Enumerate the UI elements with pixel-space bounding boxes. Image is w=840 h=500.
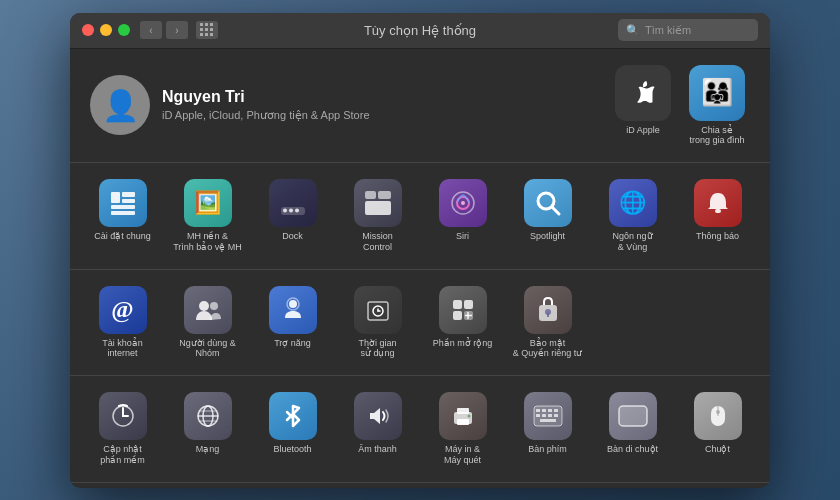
close-button[interactable]	[82, 24, 94, 36]
capnhat-label: Cập nhậtphần mềm	[100, 444, 145, 466]
spotlight-item[interactable]: Spotlight	[509, 175, 586, 257]
siri-icon	[439, 179, 487, 227]
phanmorong-icon	[439, 286, 487, 334]
thongbao-item[interactable]: Thông báo	[679, 175, 756, 257]
amthanh-icon	[354, 392, 402, 440]
tronang-item[interactable]: Trợ năng	[254, 282, 331, 364]
svg-rect-7	[289, 209, 293, 213]
family-label: Chia sẻ trong gia đình	[689, 125, 744, 147]
taikhoan-item[interactable]: @ Tài khoảninternet	[84, 282, 161, 364]
dock-item[interactable]: Dock	[254, 175, 331, 257]
chuot-item[interactable]: Chuột	[679, 388, 756, 470]
spotlight-label: Spotlight	[530, 231, 565, 242]
apple-id-label: iD Apple	[626, 125, 660, 136]
mayin-label: Máy in &Máy quét	[444, 444, 481, 466]
section-3: Cập nhậtphần mềm Mạng	[70, 376, 770, 483]
manhinh-icon: 🖼️	[184, 179, 232, 227]
mayin-item[interactable]: Máy in &Máy quét	[424, 388, 501, 470]
manhinh-item[interactable]: 🖼️ MH nền &Trình bảo vệ MH	[169, 175, 246, 257]
mission-control-item[interactable]: MissionControl	[339, 175, 416, 257]
capnhat-icon	[99, 392, 147, 440]
manhinh-label: MH nền &Trình bảo vệ MH	[173, 231, 242, 253]
avatar-icon: 👤	[102, 88, 139, 123]
minimize-button[interactable]	[100, 24, 112, 36]
phanmorong-item[interactable]: Phần mở rộng	[424, 282, 501, 364]
siri-item[interactable]: Siri	[424, 175, 501, 257]
apple-id-item[interactable]: iD Apple	[610, 65, 676, 136]
profile-info: Nguyen Tri iD Apple, iCloud, Phương tiện…	[162, 88, 598, 122]
cai-dat-chung-item[interactable]: Cài đặt chung	[84, 175, 161, 257]
banphim-label: Bàn phím	[528, 444, 567, 455]
mang-item[interactable]: Mạng	[169, 388, 246, 470]
dock-icon	[269, 179, 317, 227]
svg-rect-47	[536, 409, 540, 412]
bluetooth-icon	[269, 392, 317, 440]
bluetooth-item[interactable]: Bluetooth	[254, 388, 331, 470]
search-box[interactable]: 🔍 Tìm kiếm	[618, 19, 758, 41]
svg-rect-28	[453, 311, 462, 320]
svg-rect-55	[540, 419, 556, 422]
svg-rect-52	[542, 414, 546, 417]
window-content: 👤 Nguyen Tri iD Apple, iCloud, Phương ti…	[70, 49, 770, 488]
titlebar: ‹ › Tùy chọn Hệ thống 🔍 Tìm kiếm	[70, 13, 770, 49]
bandichot-icon	[609, 392, 657, 440]
traffic-lights	[82, 24, 130, 36]
search-icon: 🔍	[626, 24, 640, 37]
forward-button[interactable]: ›	[166, 21, 188, 39]
profile-side-icons: iD Apple 👨‍👩‍👧 Chia sẻ trong gia đình	[610, 65, 750, 147]
svg-rect-48	[542, 409, 546, 412]
svg-rect-50	[554, 409, 558, 412]
svg-point-59	[716, 410, 720, 414]
banphim-item[interactable]: Bàn phím	[509, 388, 586, 470]
chuot-label: Chuột	[705, 444, 730, 455]
thongbao-icon	[694, 179, 742, 227]
taikhoan-icon: @	[99, 286, 147, 334]
siri-label: Siri	[456, 231, 469, 242]
svg-rect-1	[122, 192, 135, 197]
svg-point-45	[467, 415, 470, 418]
icon-grid-2: @ Tài khoảninternet Người dùng &Nhóm	[84, 282, 756, 364]
phanmorong-label: Phần mở rộng	[433, 338, 493, 349]
back-button[interactable]: ‹	[140, 21, 162, 39]
grid-view-button[interactable]	[196, 21, 218, 39]
svg-rect-8	[295, 209, 299, 213]
nguoidung-label: Người dùng &Nhóm	[179, 338, 236, 360]
section-1: Cài đặt chung 🖼️ MH nền &Trình bảo vệ MH	[70, 163, 770, 270]
thoigian-item[interactable]: Thời giansử dụng	[339, 282, 416, 364]
section-2: @ Tài khoảninternet Người dùng &Nhóm	[70, 270, 770, 377]
mission-control-icon	[354, 179, 402, 227]
svg-rect-0	[111, 192, 120, 203]
bandichot-label: Bàn di chuột	[607, 444, 658, 455]
svg-point-20	[289, 300, 297, 308]
amthanh-label: Âm thanh	[358, 444, 397, 455]
banphim-icon	[524, 392, 572, 440]
empty-1	[594, 282, 671, 364]
family-sharing-item[interactable]: 👨‍👩‍👧 Chia sẻ trong gia đình	[684, 65, 750, 147]
svg-rect-3	[111, 205, 135, 209]
maximize-button[interactable]	[118, 24, 130, 36]
baomat-label: Bảo mật& Quyền riêng tư	[513, 338, 583, 360]
cai-dat-chung-label: Cài đặt chung	[94, 231, 151, 242]
svg-rect-6	[283, 209, 287, 213]
svg-line-16	[552, 207, 559, 214]
svg-rect-4	[111, 211, 135, 215]
avatar[interactable]: 👤	[90, 75, 150, 135]
svg-rect-43	[457, 408, 469, 414]
profile-section: 👤 Nguyen Tri iD Apple, iCloud, Phương ti…	[70, 49, 770, 164]
baomat-item[interactable]: Bảo mật& Quyền riêng tư	[509, 282, 586, 364]
amthanh-item[interactable]: Âm thanh	[339, 388, 416, 470]
svg-rect-10	[378, 191, 391, 199]
bandichot-item[interactable]: Bàn di chuột	[594, 388, 671, 470]
ngonngu-item[interactable]: 🌐 Ngôn ngữ& Vùng	[594, 175, 671, 257]
svg-point-19	[210, 302, 218, 310]
nguoidung-icon	[184, 286, 232, 334]
svg-rect-53	[548, 414, 552, 417]
capnhat-item[interactable]: Cập nhậtphần mềm	[84, 388, 161, 470]
baomat-icon	[524, 286, 572, 334]
dock-label: Dock	[282, 231, 303, 242]
svg-rect-11	[365, 201, 391, 215]
nav-buttons: ‹ ›	[140, 21, 218, 39]
svg-rect-44	[457, 419, 469, 425]
nguoidung-item[interactable]: Người dùng &Nhóm	[169, 282, 246, 364]
family-sharing-icon: 👨‍👩‍👧	[689, 65, 745, 121]
